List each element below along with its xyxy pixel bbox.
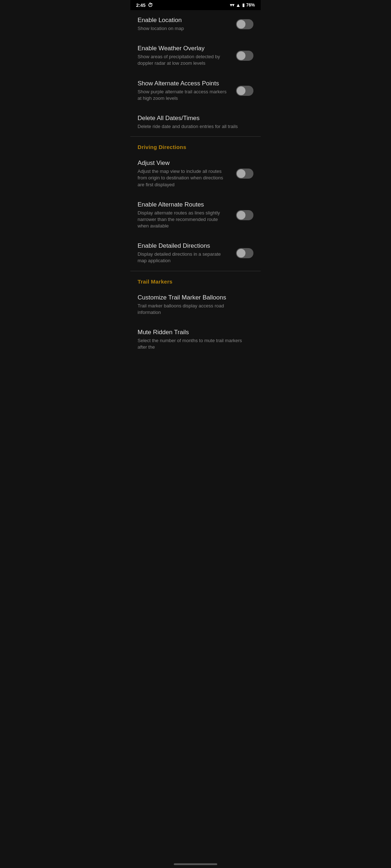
setting-desc-mute-ridden-trails: Select the number of months to mute trai… (138, 337, 248, 350)
setting-text-detailed-directions: Enable Detailed Directions Display detai… (138, 242, 236, 264)
toggle-adjust-view[interactable] (236, 169, 253, 179)
setting-text-alternate-routes: Enable Alternate Routes Display alternat… (138, 201, 236, 230)
status-left: 2:45 ⏱ (136, 2, 153, 8)
section-header-trail-markers: Trail Markers (130, 271, 261, 288)
setting-title-customize-trail-marker: Customize Trail Marker Balloons (138, 294, 248, 301)
clock-icon: ⏱ (148, 2, 153, 8)
setting-item-adjust-view: Adjust View Adjust the map view to inclu… (130, 153, 261, 195)
battery-level: 76% (246, 3, 255, 8)
setting-item-detailed-directions: Enable Detailed Directions Display detai… (130, 236, 261, 271)
status-right: ▾▾ ▲ ▮ 76% (230, 2, 255, 8)
setting-title-alternate-routes: Enable Alternate Routes (138, 201, 230, 208)
setting-item-mute-ridden-trails[interactable]: Mute Ridden Trails Select the number of … (130, 322, 261, 357)
setting-text-delete-dates: Delete All Dates/Times Delete ride date … (138, 115, 253, 130)
setting-text-customize-trail-marker: Customize Trail Marker Balloons Trail ma… (138, 294, 253, 316)
setting-desc-adjust-view: Adjust the map view to include all route… (138, 168, 230, 188)
setting-title-detailed-directions: Enable Detailed Directions (138, 242, 230, 250)
setting-text-mute-ridden-trails: Mute Ridden Trails Select the number of … (138, 329, 253, 350)
setting-title-enable-weather: Enable Weather Overlay (138, 45, 230, 52)
toggle-alternate-access[interactable] (236, 86, 253, 96)
toggle-alternate-routes[interactable] (236, 210, 253, 220)
setting-title-alternate-access: Show Alternate Access Points (138, 80, 230, 87)
wifi-icon: ▾▾ (230, 3, 234, 8)
toggle-detailed-directions[interactable] (236, 248, 253, 258)
setting-desc-delete-dates: Delete ride date and duration entries fo… (138, 123, 248, 130)
signal-icon: ▲ (236, 2, 241, 8)
time-display: 2:45 (136, 3, 146, 8)
battery-icon: ▮ (242, 3, 245, 8)
setting-desc-detailed-directions: Display detailed directions in a separat… (138, 251, 230, 264)
setting-item-alternate-access: Show Alternate Access Points Show purple… (130, 73, 261, 108)
toggle-enable-weather[interactable] (236, 51, 253, 61)
setting-desc-alternate-access: Show purple alternate trail access marke… (138, 89, 230, 102)
setting-text-enable-weather: Enable Weather Overlay Show areas of pre… (138, 45, 236, 67)
setting-title-enable-location: Enable Location (138, 17, 230, 24)
setting-text-adjust-view: Adjust View Adjust the map view to inclu… (138, 159, 236, 188)
toggle-enable-location[interactable] (236, 19, 253, 29)
setting-item-enable-location: Enable Location Show location on map (130, 10, 261, 38)
setting-desc-customize-trail-marker: Trail marker balloons display access roa… (138, 303, 248, 316)
setting-desc-alternate-routes: Display alternate routes as lines slight… (138, 210, 230, 230)
setting-title-mute-ridden-trails: Mute Ridden Trails (138, 329, 248, 336)
status-bar: 2:45 ⏱ ▾▾ ▲ ▮ 76% (130, 0, 261, 10)
setting-text-alternate-access: Show Alternate Access Points Show purple… (138, 80, 236, 102)
section-header-driving-directions: Driving Directions (130, 137, 261, 153)
setting-title-adjust-view: Adjust View (138, 159, 230, 167)
setting-desc-enable-weather: Show areas of precipitation detected by … (138, 54, 230, 67)
setting-text-enable-location: Enable Location Show location on map (138, 17, 236, 32)
setting-title-delete-dates: Delete All Dates/Times (138, 115, 248, 122)
setting-item-customize-trail-marker[interactable]: Customize Trail Marker Balloons Trail ma… (130, 288, 261, 322)
setting-item-enable-weather: Enable Weather Overlay Show areas of pre… (130, 38, 261, 73)
setting-item-alternate-routes: Enable Alternate Routes Display alternat… (130, 195, 261, 236)
setting-item-delete-dates[interactable]: Delete All Dates/Times Delete ride date … (130, 108, 261, 136)
settings-list: Enable Location Show location on map Ena… (130, 10, 261, 357)
setting-desc-enable-location: Show location on map (138, 25, 230, 32)
